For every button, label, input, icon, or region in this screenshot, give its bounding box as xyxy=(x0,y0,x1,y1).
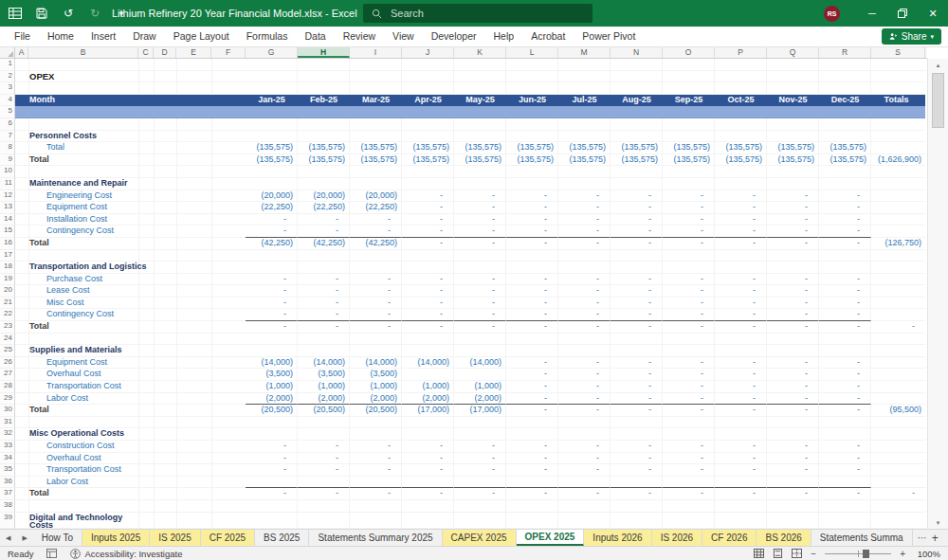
cell[interactable] xyxy=(871,142,925,154)
cell[interactable] xyxy=(15,59,246,71)
search-box[interactable] xyxy=(363,4,592,23)
value-cell[interactable]: (135,575) xyxy=(663,142,715,154)
value-cell[interactable]: - xyxy=(663,369,715,381)
value-cell[interactable]: - xyxy=(715,214,767,226)
column-header-D[interactable]: D xyxy=(154,47,176,58)
value-cell[interactable]: - xyxy=(611,488,663,500)
cell[interactable] xyxy=(454,500,506,513)
value-cell[interactable]: - xyxy=(558,214,611,226)
cell[interactable] xyxy=(663,131,715,143)
cell[interactable] xyxy=(819,262,871,274)
cell[interactable] xyxy=(715,82,767,95)
value-cell[interactable]: - xyxy=(246,441,298,453)
cell[interactable] xyxy=(819,334,871,346)
value-cell[interactable]: - xyxy=(402,309,454,321)
value-cell[interactable]: - xyxy=(767,405,819,417)
value-cell[interactable]: - xyxy=(350,453,402,465)
cell[interactable] xyxy=(611,477,663,489)
cell[interactable] xyxy=(871,345,925,357)
value-cell[interactable]: - xyxy=(454,298,506,310)
value-cell[interactable]: - xyxy=(558,309,611,321)
cell[interactable] xyxy=(402,369,454,381)
cell[interactable] xyxy=(767,59,819,71)
value-cell[interactable]: - xyxy=(454,274,506,286)
cell[interactable] xyxy=(506,166,558,178)
cell[interactable] xyxy=(715,500,767,513)
ribbon-tab-acrobat[interactable]: Acrobat xyxy=(522,27,574,46)
cell[interactable] xyxy=(246,59,298,71)
value-cell[interactable]: - xyxy=(454,285,506,298)
cell[interactable] xyxy=(767,345,819,357)
value-cell[interactable]: - xyxy=(611,321,663,334)
value-cell[interactable]: (42,250) xyxy=(246,238,298,250)
value-cell[interactable]: - xyxy=(819,464,871,477)
value-cell[interactable]: - xyxy=(663,309,715,321)
value-cell[interactable]: - xyxy=(611,202,663,214)
cell[interactable] xyxy=(767,250,819,262)
column-header-G[interactable]: G xyxy=(246,47,298,58)
cell[interactable] xyxy=(298,417,350,429)
value-cell[interactable]: - xyxy=(454,309,506,321)
value-cell[interactable]: - xyxy=(506,190,558,203)
value-cell[interactable]: - xyxy=(767,357,819,370)
value-cell[interactable]: - xyxy=(454,464,506,477)
value-cell[interactable]: - xyxy=(819,214,871,226)
value-cell[interactable]: - xyxy=(715,369,767,381)
value-cell[interactable]: - xyxy=(350,441,402,453)
undo-icon[interactable]: ↺ xyxy=(61,6,76,21)
cell[interactable] xyxy=(558,477,611,489)
cell[interactable] xyxy=(506,262,558,274)
cell[interactable] xyxy=(402,345,454,357)
label-cell[interactable]: Total xyxy=(15,488,246,500)
cell[interactable] xyxy=(558,334,611,346)
cell[interactable] xyxy=(350,178,402,190)
label-cell[interactable]: Total xyxy=(15,405,246,417)
cell[interactable] xyxy=(819,131,871,143)
sheet-tab-bs-2025[interactable]: BS 2025 xyxy=(255,530,309,546)
cell[interactable] xyxy=(298,500,350,513)
row-number-12[interactable]: 12 xyxy=(0,190,15,203)
cell[interactable] xyxy=(246,178,298,190)
value-cell[interactable]: - xyxy=(767,321,819,334)
cell[interactable] xyxy=(663,250,715,262)
cell[interactable] xyxy=(663,345,715,357)
value-cell[interactable]: - xyxy=(454,214,506,226)
row-number-16[interactable]: 16 xyxy=(0,238,15,250)
value-cell[interactable]: - xyxy=(506,321,558,334)
cell[interactable] xyxy=(715,428,767,441)
search-input[interactable] xyxy=(389,7,563,20)
value-cell[interactable]: - xyxy=(558,226,611,238)
cell[interactable] xyxy=(871,453,925,465)
column-header-R[interactable]: R xyxy=(819,47,871,58)
value-cell[interactable]: - xyxy=(506,441,558,453)
cell[interactable] xyxy=(506,513,558,529)
value-cell[interactable]: - xyxy=(663,274,715,286)
cell[interactable] xyxy=(246,262,298,274)
value-cell[interactable]: - xyxy=(611,274,663,286)
value-cell[interactable]: (135,575) xyxy=(558,154,611,167)
value-cell[interactable]: - xyxy=(454,441,506,453)
row-number-6[interactable]: 6 xyxy=(0,118,15,131)
minimize-button[interactable]: ─ xyxy=(857,0,887,27)
value-cell[interactable]: (17,000) xyxy=(454,405,506,417)
sheet-tab-is-2026[interactable]: IS 2026 xyxy=(652,530,702,546)
value-cell[interactable]: (20,000) xyxy=(350,190,402,203)
cell[interactable] xyxy=(402,428,454,441)
row-number-20[interactable]: 20 xyxy=(0,285,15,298)
cell[interactable] xyxy=(558,71,611,83)
zoom-slider[interactable] xyxy=(825,553,891,554)
cell[interactable] xyxy=(871,131,925,143)
cell[interactable] xyxy=(871,202,925,214)
value-cell[interactable]: - xyxy=(246,464,298,477)
cell[interactable] xyxy=(715,334,767,346)
column-header-H[interactable]: H xyxy=(298,47,350,58)
cell[interactable] xyxy=(871,393,925,406)
value-cell[interactable]: - xyxy=(611,405,663,417)
cell[interactable] xyxy=(663,166,715,178)
value-cell[interactable]: - xyxy=(767,202,819,214)
column-header-B[interactable]: B xyxy=(28,47,138,58)
label-cell[interactable]: Construction Cost xyxy=(15,441,246,453)
cell[interactable] xyxy=(871,274,925,286)
cell[interactable] xyxy=(15,118,246,131)
total-cell[interactable]: (1,626,900) xyxy=(871,154,925,167)
